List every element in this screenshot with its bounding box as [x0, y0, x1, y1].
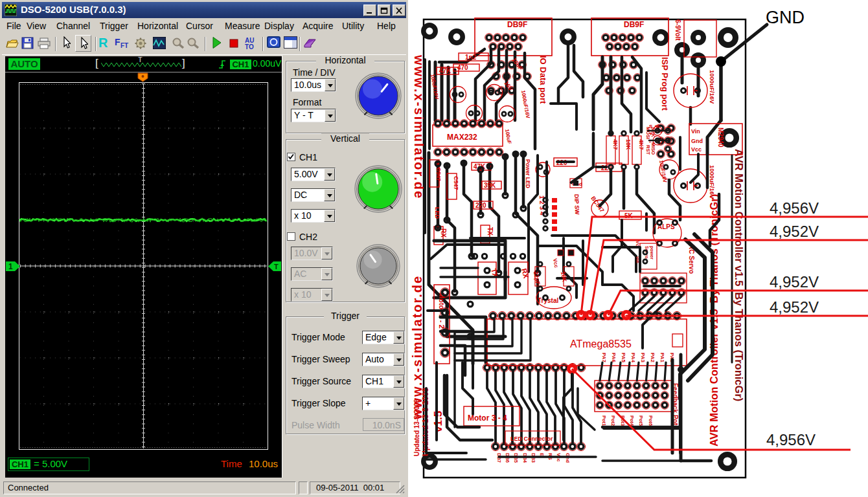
svg-text:4,952V: 4,952V [770, 223, 819, 240]
svg-text:Gnd: Gnd [691, 138, 703, 144]
svg-text:DB4: DB4 [522, 453, 528, 463]
svg-text:RX: RX [440, 228, 447, 237]
svg-text:PA3: PA3 [640, 353, 646, 363]
svg-text:Pot1: Pot1 [601, 415, 607, 426]
svg-text:Pot5: Pot5 [638, 415, 644, 426]
svg-text:v1.5: v1.5 [432, 411, 444, 432]
svg-text:T: T [274, 263, 279, 271]
svg-text:LED Connector: LED Connector [510, 436, 553, 442]
svg-text:-: - [649, 138, 651, 145]
svg-text:Vcc: Vcc [691, 146, 702, 153]
svg-text:4,952V: 4,952V [770, 273, 819, 291]
svg-text:ISP Prog port: ISP Prog port [660, 57, 670, 111]
svg-text:1000uF/16V: 1000uF/16V [709, 70, 716, 104]
svg-text:Pot2: Pot2 [610, 415, 616, 426]
svg-text:Vin: Vin [691, 128, 700, 135]
svg-text:F: F [115, 37, 120, 47]
svg-text:39K: 39K [484, 182, 496, 189]
svg-text:M2940: M2940 [717, 127, 724, 148]
svg-text:DB9F: DB9F [507, 20, 527, 29]
svg-text:4K7: 4K7 [638, 139, 645, 150]
svg-text:S: S [649, 124, 653, 129]
svg-text:RST: RST [645, 145, 651, 155]
svg-text:PA1: PA1 [659, 353, 665, 363]
svg-text:PA5: PA5 [621, 353, 626, 363]
svg-text:power: power [649, 246, 654, 260]
svg-text:+: + [649, 131, 652, 137]
svg-text:TX: TX [486, 227, 494, 236]
svg-text:MAX232: MAX232 [447, 133, 477, 142]
svg-text:1000uF/16V: 1000uF/16V [709, 165, 716, 199]
svg-text:LED: LED [434, 207, 440, 219]
svg-text:10K: 10K [625, 139, 632, 150]
svg-text:4,952V: 4,952V [770, 298, 819, 316]
svg-text:Power LED: Power LED [525, 159, 531, 188]
svg-text:AVR Motion Controller v1.5 By: AVR Motion Controller v1.5 By Thanos (Tr… [733, 149, 745, 401]
svg-text:TO: TO [245, 43, 254, 50]
svg-text:ATmega8535: ATmega8535 [570, 338, 632, 349]
svg-text:GND: GND [766, 8, 805, 27]
svg-text:IO Data port: IO Data port [538, 56, 548, 104]
svg-text:220: 220 [475, 202, 486, 209]
svg-text:1: 1 [8, 262, 13, 271]
svg-text:C547: C547 [453, 176, 459, 190]
svg-text:DIP SW: DIP SW [573, 194, 580, 215]
svg-text:R: R [98, 36, 108, 50]
svg-text:PA6: PA6 [611, 353, 617, 363]
svg-text:Updated 13-8-2008: Updated 13-8-2008 [413, 399, 420, 456]
svg-text:PA2: PA2 [650, 353, 656, 363]
svg-text:DB9F: DB9F [624, 20, 644, 29]
svg-text:Pot6: Pot6 [648, 415, 654, 426]
svg-text:FT: FT [120, 42, 128, 49]
svg-text:4,956V: 4,956V [770, 199, 819, 217]
svg-text:PA4: PA4 [630, 353, 636, 363]
svg-text:PA7: PA7 [601, 353, 607, 363]
svg-text:4,956V: 4,956V [766, 431, 816, 448]
svg-text:47K: 47K [439, 67, 451, 74]
svg-text:4K7: 4K7 [612, 139, 619, 150]
svg-text:6-9Volt: 6-9Volt [674, 19, 681, 41]
svg-text:1n2: 1n2 [465, 54, 477, 61]
